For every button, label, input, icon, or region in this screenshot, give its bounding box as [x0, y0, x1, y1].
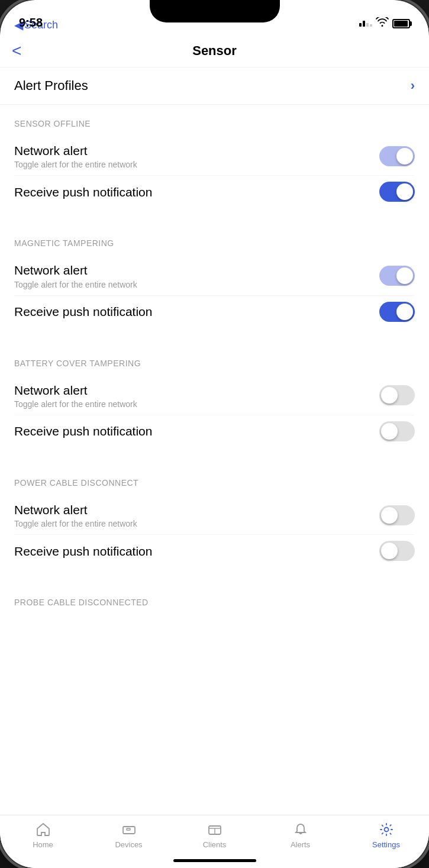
toggle-thumb-4 [381, 507, 398, 524]
setting-text-push-1: Receive push notification [14, 184, 379, 200]
setting-row-network-alert-1: Network alert Toggle alert for the entir… [14, 137, 415, 176]
signal-bar-1 [359, 23, 362, 27]
page-title: Sensor [192, 43, 237, 59]
home-icon [34, 821, 52, 838]
push-label-3: Receive push notification [14, 423, 379, 439]
settings-icon [378, 821, 395, 838]
network-alert-label-3: Network alert [14, 382, 379, 398]
toggle-thumb-push-3 [381, 423, 398, 440]
toggle-thumb-1 [396, 148, 413, 164]
setting-text-network-alert-3: Network alert Toggle alert for the entir… [14, 382, 379, 409]
network-alert-label-4: Network alert [14, 502, 379, 518]
network-alert-sublabel-1: Toggle alert for the entire network [14, 160, 379, 169]
back-button[interactable]: < [12, 43, 21, 59]
battery-icon [392, 19, 410, 28]
toggle-thumb-push-2 [396, 304, 413, 320]
chevron-right-icon: › [411, 78, 415, 93]
setting-text-push-3: Receive push notification [14, 423, 379, 439]
nav-label-home: Home [33, 840, 53, 849]
push-label-4: Receive push notification [14, 543, 379, 559]
signal-bars-icon [359, 21, 372, 27]
network-alert-label-2: Network alert [14, 262, 379, 278]
push-toggle-3[interactable] [379, 421, 415, 441]
signal-bar-4 [370, 24, 372, 27]
section-header-power: POWER CABLE DISCONNECT [14, 478, 415, 488]
svg-point-5 [384, 828, 388, 832]
setting-text-network-alert-1: Network alert Toggle alert for the entir… [14, 143, 379, 169]
battery-fill [394, 21, 408, 27]
section-power-cable: POWER CABLE DISCONNECT Network alert Tog… [0, 464, 429, 567]
nav-item-alerts[interactable]: Alerts [257, 821, 343, 849]
setting-row-push-1: Receive push notification [14, 176, 415, 208]
section-header-sensor-offline: SENSOR OFFLINE [14, 119, 415, 128]
section-header-battery: BATTERY COVER TAMPERING [14, 359, 415, 368]
section-header-magnetic: MAGNETIC TAMPERING [14, 238, 415, 248]
clients-icon [206, 821, 224, 838]
section-magnetic-tampering: MAGNETIC TAMPERING Network alert Toggle … [0, 224, 429, 327]
svg-rect-1 [127, 828, 130, 830]
nav-item-home[interactable]: Home [0, 821, 86, 849]
section-probe-cable: PROBE CABLE DISCONNECTED [0, 583, 429, 607]
setting-row-network-alert-2: Network alert Toggle alert for the entir… [14, 256, 415, 295]
setting-text-push-2: Receive push notification [14, 304, 379, 320]
toggle-thumb-3 [381, 387, 398, 404]
setting-text-network-alert-4: Network alert Toggle alert for the entir… [14, 502, 379, 528]
status-icons [359, 17, 410, 30]
section-battery-cover: BATTERY COVER TAMPERING Network alert To… [0, 344, 429, 447]
nav-label-alerts: Alerts [291, 840, 310, 849]
network-alert-sublabel-4: Toggle alert for the entire network [14, 519, 379, 528]
network-alert-sublabel-3: Toggle alert for the entire network [14, 399, 379, 409]
push-toggle-2[interactable] [379, 302, 415, 322]
nav-item-devices[interactable]: Devices [86, 821, 172, 849]
content-area: Alert Profiles › SENSOR OFFLINE Network … [0, 67, 429, 815]
push-label-2: Receive push notification [14, 304, 379, 320]
phone-frame: 9:58 [0, 0, 429, 868]
phone-screen: 9:58 [0, 0, 429, 868]
toggle-thumb-2 [396, 267, 413, 284]
setting-row-push-4: Receive push notification [14, 535, 415, 567]
push-toggle-4[interactable] [379, 541, 415, 561]
network-alert-toggle-4[interactable] [379, 505, 415, 525]
nav-item-settings[interactable]: Settings [343, 821, 429, 849]
setting-row-push-2: Receive push notification [14, 296, 415, 328]
divider-1 [0, 208, 429, 224]
divider-4 [0, 567, 429, 583]
home-indicator [173, 859, 256, 862]
setting-row-network-alert-3: Network alert Toggle alert for the entir… [14, 376, 415, 415]
divider-2 [0, 328, 429, 344]
push-toggle-1[interactable] [379, 182, 415, 202]
setting-row-network-alert-4: Network alert Toggle alert for the entir… [14, 496, 415, 535]
signal-bar-3 [366, 23, 369, 27]
wifi-icon [376, 17, 389, 30]
nav-label-clients: Clients [203, 840, 227, 849]
network-alert-toggle-2[interactable] [379, 266, 415, 286]
signal-bar-2 [363, 21, 365, 27]
toggle-thumb-push-4 [381, 543, 398, 559]
devices-icon [120, 821, 138, 838]
network-alert-toggle-3[interactable] [379, 385, 415, 405]
section-header-probe: PROBE CABLE DISCONNECTED [14, 598, 415, 607]
network-alert-toggle-1[interactable] [379, 146, 415, 166]
setting-row-push-3: Receive push notification [14, 415, 415, 447]
setting-text-push-4: Receive push notification [14, 543, 379, 559]
status-time: 9:58 [19, 16, 43, 30]
notch [150, 0, 280, 22]
alerts-icon [292, 821, 309, 838]
divider-3 [0, 447, 429, 464]
nav-header: < Sensor [0, 34, 429, 67]
toggle-thumb-push-1 [396, 183, 413, 200]
alert-profiles-row[interactable]: Alert Profiles › [0, 67, 429, 105]
network-alert-label-1: Network alert [14, 143, 379, 159]
setting-text-network-alert-2: Network alert Toggle alert for the entir… [14, 262, 379, 289]
section-sensor-offline: SENSOR OFFLINE Network alert Toggle aler… [0, 105, 429, 208]
network-alert-sublabel-2: Toggle alert for the entire network [14, 280, 379, 289]
nav-item-clients[interactable]: Clients [172, 821, 257, 849]
nav-label-devices: Devices [115, 840, 142, 849]
alert-profiles-label: Alert Profiles [14, 78, 88, 93]
push-label-1: Receive push notification [14, 184, 379, 200]
nav-label-settings: Settings [372, 840, 400, 849]
